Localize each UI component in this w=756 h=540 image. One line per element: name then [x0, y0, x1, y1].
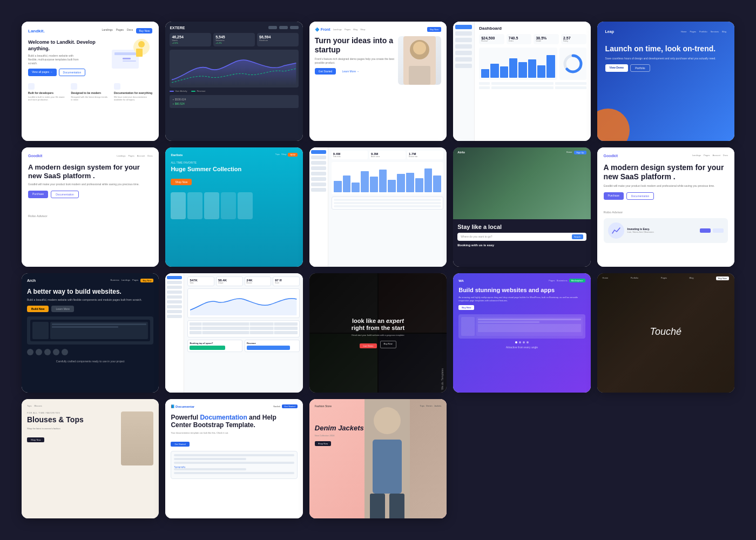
expert-buy-btn[interactable]: Buy Now: [380, 341, 396, 348]
card-leap[interactable]: Leap Home Pages Portfolio Services Blog …: [597, 22, 734, 141]
investing-banner: Investing is Easy. Live, Stress-free Obs…: [604, 218, 728, 243]
falcon-sidebar-7[interactable]: [167, 305, 182, 308]
falcon-sidebar-9[interactable]: [167, 315, 182, 318]
sidebar8-item-6[interactable]: [311, 177, 326, 181]
front-get-started-btn[interactable]: Get Started: [315, 68, 336, 75]
goodkit-large-docs-btn[interactable]: Documentation: [626, 192, 654, 200]
card-analytics-light[interactable]: 9.4M Total visits 9.3M Active users 1.7M…: [309, 147, 447, 267]
expert-live-demo-btn[interactable]: Live Demo: [360, 343, 376, 348]
stay-nav-items: Home Sign Up: [566, 151, 586, 154]
dot-4[interactable]: [526, 341, 529, 343]
front-buy-btn[interactable]: Buy Now: [427, 27, 441, 32]
sidebar8-item-2[interactable]: [311, 156, 326, 159]
fcell3-2: [202, 331, 249, 334]
card-expert-inner: look like an expertright from the start …: [309, 273, 447, 393]
top-btn-1[interactable]: [268, 26, 277, 29]
card-goodkit-large[interactable]: Goodkit Landings Pages Account Docs A mo…: [597, 147, 734, 267]
docs-title-highlight: Documentation: [200, 414, 247, 421]
falcon-sidebar-3[interactable]: [167, 286, 182, 289]
stay-nav-btn[interactable]: Sign Up: [574, 151, 586, 154]
leap-portfolio-btn[interactable]: Portfolio: [630, 64, 650, 72]
wa-buy-btn[interactable]: Buy Now: [458, 305, 474, 310]
sidebar-item-6[interactable]: [455, 57, 472, 62]
docs-get-started-btn[interactable]: Get Started: [171, 442, 189, 447]
card-blouses[interactable]: Tops Blouses FOR ALL TIME FAVORITES Blou…: [22, 399, 159, 518]
fcell2-4: [274, 327, 298, 330]
card-wa[interactable]: WA Pages Illustrations Marketplace Build…: [453, 273, 590, 393]
sidebar8-item-7[interactable]: [311, 183, 326, 186]
view-pages-btn[interactable]: View all pages →: [28, 69, 57, 76]
wa-attract-text: Attractive from every angle: [458, 346, 585, 349]
docs-nav-btn[interactable]: Get Started: [282, 404, 297, 408]
card-dashboard[interactable]: Dashboard $24,500 Revenue 740.5 Orders 3…: [453, 22, 590, 141]
svg-rect-4: [136, 49, 143, 57]
card-analytics-dark[interactable]: EXTERE 46,254 Users +2.5% 5,545 Sessions…: [165, 22, 302, 141]
card-landkit[interactable]: Landkit. Landings Pages Docs Buy Now Wel…: [22, 22, 159, 141]
card-touche[interactable]: Home Portfolio Pages Blog Buy Now Touché: [597, 273, 734, 393]
front-hero-btns: Get Started Learn More →: [315, 68, 398, 75]
summer-shop-btn[interactable]: Shop Now: [171, 179, 192, 185]
sidebar-item-4[interactable]: [455, 44, 472, 49]
blouses-title: Blouses & Tops: [27, 415, 121, 424]
sidebar-item-2[interactable]: [455, 31, 472, 36]
touche-content: Touché: [597, 273, 734, 393]
stay-search-btn[interactable]: Search: [572, 234, 583, 239]
card-docs[interactable]: 📘 Documentar Navlink Get Started Powerfu…: [165, 399, 302, 518]
dot-1[interactable]: [515, 341, 517, 343]
goodkit-large-purchase-btn[interactable]: Purchase: [604, 192, 624, 200]
falcon-chart-svg: [190, 291, 296, 315]
invest-btn-2[interactable]: [713, 228, 724, 233]
card-expert[interactable]: look like an expertright from the start …: [309, 273, 447, 393]
falcon-sidebar-6[interactable]: [167, 300, 182, 303]
falcon-sidebar-2[interactable]: [167, 281, 182, 284]
card-arch[interactable]: Arch Business Landings Pages Buy Now A b…: [22, 273, 159, 393]
documentation-btn[interactable]: Documentation: [59, 69, 86, 76]
top-btn-3[interactable]: [290, 26, 299, 29]
dot-2[interactable]: [519, 341, 521, 343]
falcon-sidebar-5[interactable]: [167, 295, 182, 299]
front-learn-more-btn[interactable]: Learn More →: [338, 68, 363, 75]
arch-build-btn[interactable]: Build Now: [27, 306, 49, 312]
goodkit-purchase-btn[interactable]: Purchase: [28, 191, 48, 198]
kpi-revenue-num: $24,500: [481, 36, 502, 40]
arch-nav-buy[interactable]: Buy Now: [140, 279, 153, 282]
leap-view-demo-btn[interactable]: View Demo: [605, 64, 629, 72]
falcon-sidebar-8[interactable]: [167, 310, 182, 313]
card-stay-local[interactable]: Airlo Home Sign Up Stay like a local Whe…: [453, 147, 590, 267]
sidebar8-item-8[interactable]: [311, 188, 326, 192]
invest-btn[interactable]: [700, 228, 711, 233]
summer-nav-item-2: Shop: [281, 153, 286, 157]
goodkit-docs-btn[interactable]: Documentation: [51, 191, 79, 198]
avatar-cell-2: [479, 86, 490, 89]
card-front[interactable]: 🔷 Front Landings Pages Blog Shop Buy Now…: [309, 22, 447, 141]
sidebar-item-7[interactable]: [455, 64, 472, 68]
blouses-nav-blouses: Blouses: [34, 404, 42, 407]
falcon-sidebar-1[interactable]: [167, 276, 182, 279]
nav-buy-btn[interactable]: Buy Now: [136, 28, 152, 33]
stat-users-num: 46,254: [172, 35, 209, 39]
sidebar8-item-3[interactable]: [311, 161, 326, 165]
card-summer[interactable]: Darlists Tops Shop NEW ALL TIME FAVORITE…: [165, 147, 302, 267]
sidebar-item-3[interactable]: [455, 38, 472, 42]
goodkit-nav-account: Account: [137, 154, 145, 157]
sidebar8-item-4[interactable]: [311, 166, 326, 170]
arch-docs-btn[interactable]: Learn More: [51, 306, 74, 312]
goodkit-large-nav-landings: Landings: [692, 154, 701, 158]
dot-3[interactable]: [523, 341, 525, 343]
bar-2: [490, 64, 498, 78]
blouses-shop-btn[interactable]: Shop Now: [27, 437, 44, 442]
sidebar8-item-1[interactable]: [311, 150, 326, 154]
sidebar-item-5[interactable]: [455, 51, 472, 55]
stay-search-bar[interactable]: Where do you want to go? Search: [457, 233, 586, 241]
falcon-sidebar-4[interactable]: [167, 291, 182, 294]
denim-shop-btn[interactable]: Shop Now: [315, 441, 331, 446]
sidebar-item-1[interactable]: [455, 25, 472, 29]
expert-title: look like an expertright from the start: [352, 318, 404, 332]
card-falcon[interactable]: 547K Visits 58.4K Unique 24K Bounce 97 f…: [165, 273, 302, 393]
card-denim[interactable]: Fashion Store Tops Denim Jackets Denim J…: [309, 399, 447, 518]
top-btn-2[interactable]: [279, 26, 288, 29]
doc-line-2: [174, 458, 246, 460]
sidebar8-item-5[interactable]: [311, 172, 326, 176]
card-goodkit-small[interactable]: Goodkit Landings Pages Account Docs A mo…: [22, 147, 159, 267]
feature-1: Built for developers Landkit is built to…: [28, 83, 66, 101]
